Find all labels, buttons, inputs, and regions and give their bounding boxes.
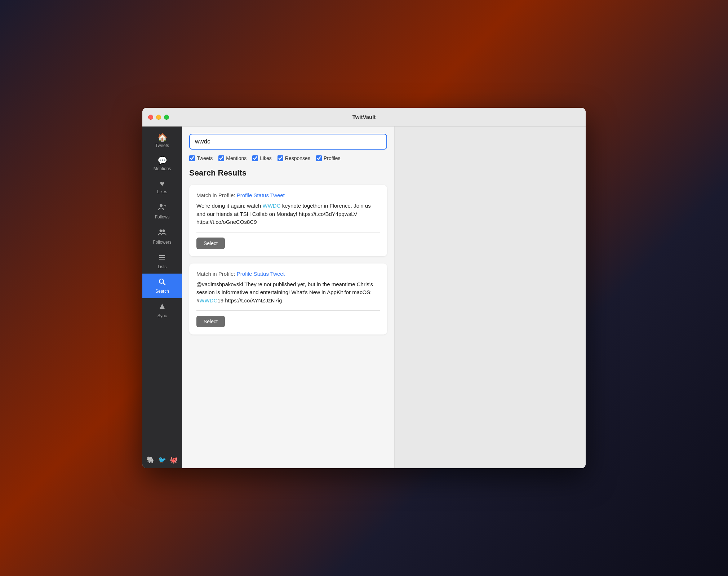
github-icon[interactable]: 🐙 (170, 456, 178, 464)
profile-link-1[interactable]: Profile Status Tweet (237, 192, 285, 198)
sidebar-item-likes[interactable]: ♥ Likes (142, 176, 182, 199)
sidebar-item-follows-label: Follows (155, 214, 170, 220)
sidebar-item-lists[interactable]: Lists (142, 249, 182, 274)
content-area: Tweets Mentions Likes Responses (182, 127, 586, 468)
match-label-1: Match in Profile: Profile Status Tweet (196, 192, 380, 198)
sidebar-item-tweets[interactable]: 🏠 Tweets (142, 129, 182, 152)
filter-likes[interactable]: Likes (252, 155, 272, 161)
search-results-heading: Search Results (189, 168, 387, 178)
lists-icon (158, 253, 166, 263)
window-title: TwitVault (352, 114, 376, 120)
filter-profiles-checkbox[interactable] (316, 155, 322, 161)
minimize-button[interactable] (156, 115, 161, 120)
svg-marker-10 (160, 303, 165, 309)
filter-profiles[interactable]: Profiles (316, 155, 341, 161)
profile-link-2[interactable]: Profile Status Tweet (237, 271, 285, 277)
sidebar: 🏠 Tweets 💬 Mentions ♥ Likes (142, 127, 182, 468)
match-text-2: @vadimshpakovski They're not published y… (196, 280, 380, 305)
match-label-2: Match in Profile: Profile Status Tweet (196, 271, 380, 277)
search-input-container (189, 134, 387, 150)
filter-tweets-checkbox[interactable] (189, 155, 195, 161)
card-divider-2 (196, 310, 380, 311)
filter-responses-checkbox[interactable] (278, 155, 283, 161)
highlight-1: WWDC (263, 203, 281, 209)
select-button-1[interactable]: Select (196, 238, 225, 249)
sidebar-item-followers-label: Followers (153, 240, 171, 245)
sidebar-item-likes-label: Likes (157, 189, 167, 194)
sidebar-bottom: 🐘 🐦 🐙 (147, 452, 178, 468)
card-divider-1 (196, 232, 380, 232)
right-panel (395, 127, 586, 468)
app-body: 🏠 Tweets 💬 Mentions ♥ Likes (142, 127, 586, 468)
twitter-icon[interactable]: 🐦 (158, 456, 166, 464)
heart-icon: ♥ (160, 180, 164, 188)
app-window: TwitVault 🏠 Tweets 💬 Mentions ♥ Likes (142, 108, 586, 468)
follows-icon (158, 203, 167, 213)
home-icon: 🏠 (157, 134, 167, 142)
sync-icon (158, 302, 166, 312)
mastodon-icon[interactable]: 🐘 (147, 456, 155, 464)
maximize-button[interactable] (164, 115, 169, 120)
traffic-lights (148, 115, 169, 120)
sidebar-item-followers[interactable]: Followers (142, 224, 182, 249)
mentions-icon: 💬 (157, 157, 167, 165)
close-button[interactable] (148, 115, 153, 120)
select-button-2[interactable]: Select (196, 316, 225, 327)
filter-likes-checkbox[interactable] (252, 155, 258, 161)
text-before-1: We're doing it again: watch (196, 203, 263, 209)
filter-mentions-checkbox[interactable] (218, 155, 224, 161)
sidebar-item-tweets-label: Tweets (155, 143, 169, 148)
sidebar-item-lists-label: Lists (158, 264, 167, 269)
result-card-2: Match in Profile: Profile Status Tweet @… (189, 263, 387, 335)
text-after-2: 19 https://t.co/AYNZJzN7ig (217, 297, 282, 303)
filter-tweets-label: Tweets (197, 155, 213, 161)
titlebar: TwitVault (142, 108, 586, 127)
filter-responses-label: Responses (285, 155, 310, 161)
match-prefix-2: Match in Profile: (196, 271, 237, 277)
left-panel: Tweets Mentions Likes Responses (182, 127, 395, 468)
sidebar-item-sync-label: Sync (157, 313, 167, 318)
search-nav-icon (158, 278, 166, 287)
match-prefix-1: Match in Profile: (196, 192, 237, 198)
filter-profiles-label: Profiles (324, 155, 341, 161)
filter-likes-label: Likes (260, 155, 272, 161)
filter-mentions-label: Mentions (226, 155, 247, 161)
sidebar-item-mentions[interactable]: 💬 Mentions (142, 152, 182, 176)
svg-point-0 (160, 204, 163, 207)
sidebar-item-sync[interactable]: Sync (142, 298, 182, 323)
filter-row: Tweets Mentions Likes Responses (189, 155, 387, 161)
followers-icon (158, 228, 167, 238)
highlight-2: WWDC (199, 297, 217, 303)
filter-responses[interactable]: Responses (278, 155, 310, 161)
sidebar-item-search[interactable]: Search (142, 274, 182, 298)
sidebar-item-search-label: Search (155, 289, 169, 294)
svg-line-9 (163, 283, 165, 285)
sidebar-item-follows[interactable]: Follows (142, 199, 182, 224)
result-card-1: Match in Profile: Profile Status Tweet W… (189, 185, 387, 256)
sidebar-item-mentions-label: Mentions (154, 166, 171, 171)
svg-point-4 (163, 230, 165, 232)
filter-mentions[interactable]: Mentions (218, 155, 247, 161)
search-input[interactable] (189, 134, 387, 150)
filter-tweets[interactable]: Tweets (189, 155, 213, 161)
svg-point-3 (160, 230, 162, 232)
match-text-1: We're doing it again: watch WWDC keynote… (196, 202, 380, 226)
